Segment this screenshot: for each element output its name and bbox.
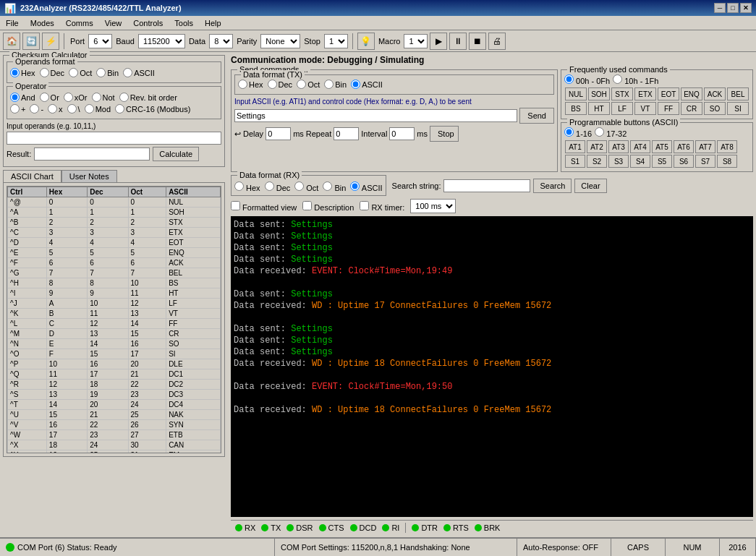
btn-at8[interactable]: AT8 xyxy=(717,140,737,153)
menu-modes[interactable]: Modes xyxy=(25,16,60,30)
op-div[interactable]: \ xyxy=(67,104,80,114)
cmd-nul[interactable]: NUL xyxy=(565,87,587,100)
cmd-si[interactable]: SI xyxy=(727,102,749,115)
cmd-bs[interactable]: BS xyxy=(565,102,587,115)
operands-hex[interactable]: Hex xyxy=(10,68,35,77)
operands-bin[interactable]: Bin xyxy=(96,68,119,77)
operands-input[interactable] xyxy=(7,132,221,145)
btn-at4[interactable]: AT4 xyxy=(630,140,650,153)
port-select[interactable]: 6 xyxy=(88,34,112,48)
op-xor[interactable]: xOr xyxy=(64,93,88,102)
btn-at1[interactable]: AT1 xyxy=(565,140,585,153)
toolbar-refresh-button[interactable]: 🔄 xyxy=(22,33,40,50)
btn-s3[interactable]: S3 xyxy=(608,155,629,168)
stop-button[interactable]: Stop xyxy=(430,126,459,142)
delay-input[interactable] xyxy=(266,127,291,140)
toolbar-stop-button[interactable]: ⏹ xyxy=(469,33,486,50)
send-button[interactable]: Send xyxy=(519,108,554,124)
terminal[interactable]: Data sent: SettingsData sent: SettingsDa… xyxy=(231,216,753,517)
menu-tools[interactable]: Tools xyxy=(169,16,199,30)
tx-oct[interactable]: Oct xyxy=(297,80,320,89)
btn-s4[interactable]: S4 xyxy=(630,155,650,168)
cmd-eot[interactable]: EOT xyxy=(658,87,679,100)
menu-file[interactable]: File xyxy=(0,16,25,30)
cmd-so[interactable]: SO xyxy=(704,102,726,115)
parity-select[interactable]: None xyxy=(260,34,300,48)
description-check[interactable]: Description xyxy=(302,201,354,212)
cmd-ht[interactable]: HT xyxy=(588,102,610,115)
result-input[interactable] xyxy=(34,147,150,161)
rx-ascii[interactable]: ASCII xyxy=(350,181,382,192)
cmd-bel[interactable]: BEL xyxy=(727,87,749,100)
cmd-stx[interactable]: STX xyxy=(611,87,633,100)
toolbar-connect-button[interactable]: ⚡ xyxy=(42,33,59,50)
rx-hex[interactable]: Hex xyxy=(234,181,260,192)
stop-select[interactable]: 1 xyxy=(324,34,348,48)
cmd-enq[interactable]: ENQ xyxy=(681,87,702,100)
menu-view[interactable]: View xyxy=(99,16,128,30)
btn-s1[interactable]: S1 xyxy=(565,155,585,168)
tx-dec[interactable]: Dec xyxy=(268,80,293,89)
rx-dec[interactable]: Dec xyxy=(265,181,291,192)
cmd-cr[interactable]: CR xyxy=(681,102,702,115)
data-select[interactable]: 8 xyxy=(209,34,233,48)
repeat-input[interactable] xyxy=(334,127,359,140)
rx-oct[interactable]: Oct xyxy=(294,181,318,192)
operands-dec[interactable]: Dec xyxy=(40,68,65,77)
op-not[interactable]: Not xyxy=(92,93,115,102)
rx-bin[interactable]: Bin xyxy=(323,181,346,192)
close-button[interactable]: ✕ xyxy=(740,3,752,13)
maximize-button[interactable]: □ xyxy=(727,3,739,13)
cmd-ff[interactable]: FF xyxy=(658,102,679,115)
op-and[interactable]: And xyxy=(10,93,35,102)
cmd-vt[interactable]: VT xyxy=(634,102,656,115)
freq-range2[interactable]: 10h - 1Fh xyxy=(613,74,658,85)
tx-ascii[interactable]: ASCII xyxy=(351,80,383,89)
rx-timer-select[interactable]: 100 ms xyxy=(410,199,456,213)
prog-range2[interactable]: 17-32 xyxy=(595,127,627,138)
operands-ascii[interactable]: ASCII xyxy=(123,68,155,77)
btn-s7[interactable]: S7 xyxy=(695,155,715,168)
toolbar-bulb-button[interactable]: 💡 xyxy=(357,33,375,50)
interval-input[interactable] xyxy=(389,127,415,140)
btn-s6[interactable]: S6 xyxy=(674,155,694,168)
prog-range1[interactable]: 1-16 xyxy=(564,127,592,138)
baud-select[interactable]: 115200 xyxy=(138,34,185,48)
menu-controls[interactable]: Controls xyxy=(127,16,169,30)
btn-at3[interactable]: AT3 xyxy=(608,140,629,153)
btn-at5[interactable]: AT5 xyxy=(652,140,672,153)
toolbar-print-button[interactable]: 🖨 xyxy=(488,33,506,50)
send-input[interactable] xyxy=(234,109,517,122)
search-input[interactable] xyxy=(443,179,530,192)
btn-at7[interactable]: AT7 xyxy=(695,140,715,153)
tx-hex[interactable]: Hex xyxy=(238,80,263,89)
cmd-ack[interactable]: ACK xyxy=(704,87,726,100)
formatted-view-check[interactable]: Formatted view xyxy=(231,201,297,212)
btn-at6[interactable]: AT6 xyxy=(674,140,694,153)
toolbar-home-button[interactable]: 🏠 xyxy=(3,33,20,50)
cmd-lf[interactable]: LF xyxy=(611,102,633,115)
ascii-scroll-area[interactable]: Ctrl Hex Dec Oct ASCII ^@000NUL^A111SOH^… xyxy=(7,186,221,453)
cmd-etx[interactable]: ETX xyxy=(634,87,656,100)
tab-ascii[interactable]: ASCII Chart xyxy=(3,170,61,182)
minimize-button[interactable]: ─ xyxy=(714,3,726,13)
op-revbit[interactable]: Rev. bit order xyxy=(119,93,177,102)
btn-s2[interactable]: S2 xyxy=(587,155,607,168)
rx-timer-check[interactable]: RX timer: xyxy=(360,201,404,212)
calculate-button[interactable]: Calculate xyxy=(153,147,199,161)
op-or[interactable]: Or xyxy=(40,93,59,102)
freq-range1[interactable]: 00h - 0Fh xyxy=(564,74,610,85)
operands-oct[interactable]: Oct xyxy=(69,68,92,77)
btn-at2[interactable]: AT2 xyxy=(587,140,607,153)
cmd-soh[interactable]: SOH xyxy=(588,87,610,100)
menu-comms[interactable]: Comms xyxy=(60,16,99,30)
op-minus[interactable]: - xyxy=(30,104,43,114)
op-plus[interactable]: + xyxy=(10,104,25,114)
op-mod[interactable]: Mod xyxy=(85,104,111,114)
tx-bin[interactable]: Bin xyxy=(324,80,347,89)
macro-select[interactable]: 1 xyxy=(404,34,428,48)
clear-button[interactable]: Clear xyxy=(574,179,606,193)
tab-notes[interactable]: User Notes xyxy=(61,170,117,182)
search-button[interactable]: Search xyxy=(533,179,572,193)
menu-help[interactable]: Help xyxy=(199,16,227,30)
